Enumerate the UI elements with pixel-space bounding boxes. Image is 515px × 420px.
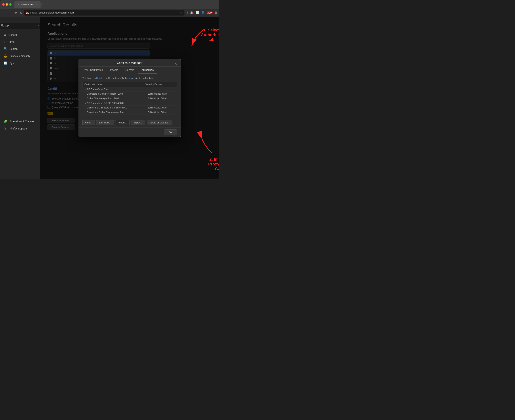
support-icon: ❓ <box>4 127 7 130</box>
tab-close-icon[interactable]: ✕ <box>36 3 38 6</box>
modal-header: Certificate Manager ✕ <box>79 59 181 67</box>
modal-title: Certificate Manager <box>117 61 142 67</box>
browser-window: ⚙ Preferences ✕ + ← → ↻ ⌂ 🦊 Firefox abou… <box>0 0 219 179</box>
sidebar-item-privacy[interactable]: 🔒 Privacy & Security <box>0 52 40 60</box>
arrow-step2-svg <box>201 137 216 155</box>
edit-trust-button[interactable]: Edit Trust... <box>96 120 114 125</box>
cert-device: Builtin Object Token <box>143 110 177 114</box>
browser-name: Firefox <box>30 11 38 14</box>
sidebar-label-home: Home <box>8 40 15 43</box>
nav-bar: ← → ↻ ⌂ 🦊 Firefox about:preferences#sear… <box>0 9 219 17</box>
cert-device: Builtin Object Token <box>143 96 177 101</box>
preferences-tab[interactable]: ⚙ Preferences ✕ <box>15 1 41 8</box>
modal-action-buttons: View... Edit Trust... Import... Export..… <box>79 118 181 128</box>
search-clear-icon[interactable]: ✕ <box>37 24 40 28</box>
table-row[interactable]: Chambers of Commerce Root - 2008 Builtin… <box>82 91 177 96</box>
search-nav-icon: 🔍 <box>4 47 7 51</box>
search-icon: 🔍 <box>1 24 4 28</box>
table-row[interactable]: Global Chambersign Root - 2008 Builtin O… <box>82 96 177 101</box>
sync-icon: 🔄 <box>4 61 7 65</box>
table-row[interactable]: Camerfirma Chambers of Commerce R... Bui… <box>82 105 177 110</box>
minimize-button[interactable] <box>6 3 8 6</box>
download-icon[interactable]: ⬇ <box>186 11 188 15</box>
address-bar[interactable]: 🦊 Firefox about:preferences#searchResult… <box>24 10 185 15</box>
prefs-search-area: 🔍 ✕ <box>0 21 40 31</box>
traffic-lights <box>2 3 12 6</box>
sidebar-item-support[interactable]: ❓ Firefox Support <box>0 125 40 132</box>
certificate-manager-modal: Certificate Manager ✕ Your Certificates … <box>79 59 181 137</box>
home-icon: ⌂ <box>4 40 6 44</box>
sidebar-item-extensions[interactable]: 🧩 Extensions & Themes <box>0 118 40 125</box>
sidebar-label-support: Firefox Support <box>9 127 27 130</box>
modal-tabs: Your Certificates People Servers Authori… <box>79 67 181 74</box>
import-button[interactable]: Import... <box>115 120 129 125</box>
firefox-logo-icon: 🦊 <box>26 11 29 14</box>
abp-badge[interactable]: ABP <box>207 11 213 14</box>
menu-icon[interactable]: ☰ <box>214 11 217 15</box>
cert-group-name: ⌄ AC Camerfirma SA CIF A82743287 <box>82 101 177 105</box>
col-cert-name: Certificate Name <box>82 82 143 87</box>
cert-table: Certificate Name Security Device ⌄ AC Ca… <box>82 82 177 115</box>
sidebar-item-home[interactable]: ⌂ Home <box>0 38 40 45</box>
url-display[interactable]: about:preferences#searchResults <box>39 11 179 14</box>
sidebar-item-general[interactable]: ⚙ General <box>0 31 40 38</box>
export-button[interactable]: Export... <box>131 120 145 125</box>
new-tab-button[interactable]: + <box>41 3 43 6</box>
profile-icon[interactable]: 👤 <box>201 11 205 15</box>
cert-device: Builtin Object Token <box>143 105 177 110</box>
forward-button[interactable]: → <box>8 10 12 15</box>
library-icon[interactable]: 📚 <box>190 11 194 15</box>
tab-bar: ⚙ Preferences ✕ + <box>15 1 217 8</box>
back-button[interactable]: ← <box>2 10 7 15</box>
sidebar-item-search[interactable]: 🔍 Search <box>0 45 40 52</box>
close-button[interactable] <box>2 3 5 6</box>
extensions-icon: 🧩 <box>4 120 7 123</box>
cert-group-name: ⌄ AC Camerfirma S.A. <box>82 87 177 91</box>
modal-footer: OK <box>79 128 181 137</box>
modal-close-button[interactable]: ✕ <box>174 62 177 66</box>
preferences-tab-icon: ⚙ <box>17 3 20 6</box>
tab-authorities[interactable]: Authorities <box>138 67 157 74</box>
title-bar: ⚙ Preferences ✕ + <box>0 0 219 9</box>
delete-distrust-button[interactable]: Delete or Distrust... <box>147 120 172 125</box>
general-icon: ⚙ <box>4 33 6 37</box>
maximize-button[interactable] <box>9 3 12 6</box>
home-button[interactable]: ⌂ <box>19 10 22 15</box>
cert-name: Global Chambersign Root - 2008 <box>82 96 143 101</box>
modal-description: You have certificates on file that ident… <box>82 77 177 79</box>
bookmark-icon[interactable]: ☆ <box>180 11 183 14</box>
annotation-step1: 1. Select Authorities tab <box>190 28 212 48</box>
arrow-step1-svg <box>190 29 212 47</box>
modal-cert-link2[interactable]: cert <box>131 77 135 79</box>
nav-actions: ⬇ 📚 ⬜ 👤 ABP ☰ <box>186 11 217 15</box>
cert-device: Builtin Object Token <box>143 91 177 96</box>
prefs-search-input[interactable] <box>6 24 36 27</box>
modal-cert-link1[interactable]: certificates <box>93 77 104 79</box>
tab-servers[interactable]: Servers <box>122 67 138 74</box>
view-button[interactable]: View... <box>82 120 95 125</box>
ok-button[interactable]: OK <box>164 129 177 135</box>
modal-overlay[interactable]: 1. Select Authorities tab <box>40 17 219 179</box>
col-security-device: Security Device <box>143 82 177 87</box>
sidebar: 🔍 ✕ ⚙ General ⌂ Home 🔍 Search 🔒 Privacy … <box>0 17 40 179</box>
reload-button[interactable]: ↻ <box>14 10 18 15</box>
annotation-step2: 2. Import Proxyman CA <box>201 137 216 157</box>
cert-group-row[interactable]: ⌄ AC Camerfirma S.A. <box>82 87 177 91</box>
main-content: 🔍 ✕ ⚙ General ⌂ Home 🔍 Search 🔒 Privacy … <box>0 17 219 179</box>
sidebar-label-sync: Sync <box>9 62 15 65</box>
prefs-search-wrap: 🔍 ✕ <box>0 23 41 29</box>
preferences-tab-label: Preferences <box>21 3 34 6</box>
cert-name: Chambers of Commerce Root - 2008 <box>82 91 143 96</box>
sidebar-label-general: General <box>8 33 17 36</box>
modal-body: You have certificates on file that ident… <box>79 74 181 118</box>
tab-people[interactable]: People <box>106 67 122 74</box>
table-row[interactable]: Camerfirma Global Chambersign Root Built… <box>82 110 177 114</box>
cert-name: Camerfirma Chambers of Commerce R... <box>82 105 143 110</box>
page-area: Search Results Applications Choose how F… <box>40 17 219 179</box>
sidebar-label-privacy: Privacy & Security <box>9 55 30 58</box>
cert-group-row[interactable]: ⌄ AC Camerfirma SA CIF A82743287 <box>82 101 177 105</box>
sidebar-item-sync[interactable]: 🔄 Sync <box>0 60 40 67</box>
tab-your-certificates[interactable]: Your Certificates <box>81 67 106 74</box>
synced-tabs-icon[interactable]: ⬜ <box>196 11 199 15</box>
annotation-step2-text: 2. Import Proxyman CA <box>208 157 219 171</box>
